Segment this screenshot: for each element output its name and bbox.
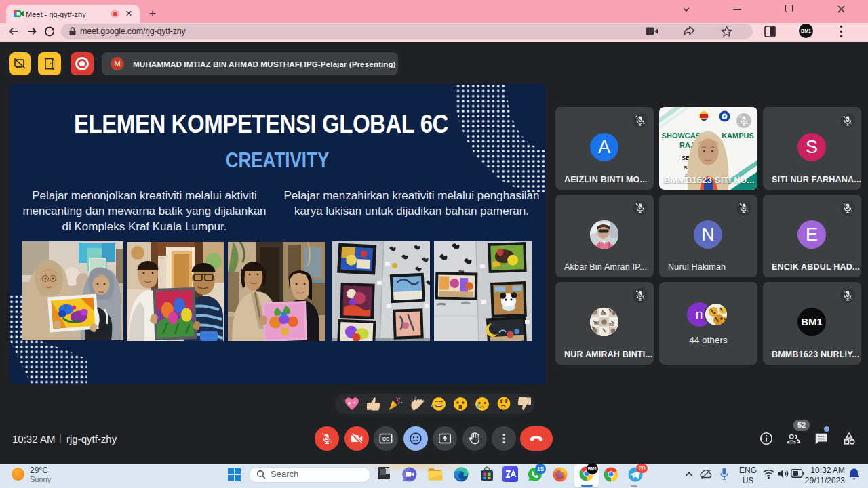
svg-text:CC: CC xyxy=(382,436,390,442)
svg-text:KAMPUS: KAMPUS xyxy=(722,131,754,140)
